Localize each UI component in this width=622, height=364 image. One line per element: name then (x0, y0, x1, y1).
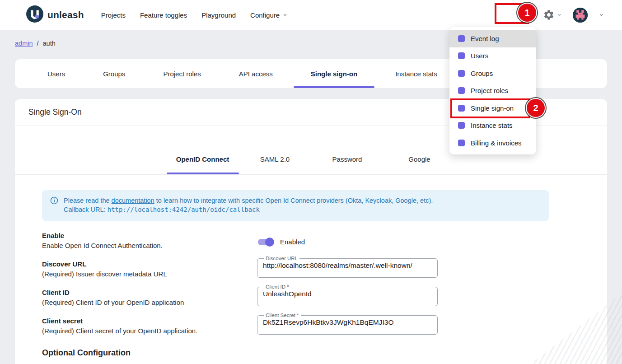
enable-labels: Enable Enable Open Id Connect Authentica… (42, 232, 257, 249)
client-id-input[interactable] (263, 289, 432, 302)
unleash-logo[interactable]: unleash (26, 5, 84, 24)
menu-item-single-sign-on[interactable]: Single sign-on (449, 99, 536, 117)
discover-url-labels: Discover URL (Required) Issuer discover … (42, 260, 257, 278)
info-icon (50, 196, 58, 205)
menu-item-project-roles[interactable]: Project roles (449, 82, 536, 100)
tab-google[interactable]: Google (383, 146, 456, 174)
menu-item-label: Single sign-on (471, 104, 514, 112)
callback-url-label: Callback URL: (64, 206, 106, 213)
nav-playground[interactable]: Playground (201, 11, 236, 19)
client-id-input-label: Client ID * (264, 284, 291, 289)
breadcrumb-admin-link[interactable]: admin (15, 40, 33, 47)
breadcrumb-separator: / (37, 40, 39, 47)
menu-square-icon (458, 122, 465, 129)
menu-item-groups[interactable]: Groups (449, 65, 536, 82)
annotation-badge-1: 1 (518, 4, 536, 22)
menu-square-icon (458, 52, 465, 59)
tab-instance-stats[interactable]: Instance stats (376, 59, 456, 88)
client-secret-labels: Client secret (Required) Client secret o… (42, 317, 257, 335)
alert-text-before: Please read the (64, 197, 112, 204)
menu-item-label: Project roles (471, 87, 508, 94)
menu-item-label: Groups (471, 70, 493, 77)
tab-api-access[interactable]: API access (220, 59, 292, 88)
client-id-description: (Required) Client ID of your OpenID appl… (42, 299, 257, 306)
menu-square-icon (458, 35, 465, 42)
optional-configuration-heading: Optional Configuration (42, 348, 580, 358)
nav-feature-toggles[interactable]: Feature toggles (140, 11, 187, 19)
client-secret-fieldset: Client Secret * (257, 313, 438, 335)
user-avatar[interactable] (573, 8, 588, 23)
client-secret-input[interactable] (263, 318, 432, 330)
menu-square-icon (458, 105, 465, 112)
tab-users[interactable]: Users (28, 59, 84, 88)
menu-square-icon (458, 70, 465, 77)
chevron-down-icon (282, 12, 288, 18)
client-secret-description: (Required) Client secret of your OpenID … (42, 327, 257, 335)
alert-text-after: to learn how to integrate with specific … (154, 197, 433, 204)
annotation-badge-2: 2 (527, 99, 545, 117)
chevron-down-icon (557, 12, 562, 18)
main-nav: Projects Feature toggles Playground Conf… (101, 11, 288, 19)
client-secret-row: Client secret (Required) Client secret o… (42, 317, 580, 335)
callback-url-value: http://localhost:4242/auth/oidc/callback (108, 206, 260, 213)
menu-square-icon (458, 87, 465, 94)
menu-item-label: Billing & invoices (471, 139, 522, 147)
menu-item-label: Event log (471, 35, 499, 42)
discover-url-fieldset: Discover URL (257, 256, 438, 278)
client-secret-label: Client secret (42, 317, 257, 325)
settings-dropdown-menu: Event log Users Groups Project roles Sin… (449, 27, 536, 154)
menu-square-icon (458, 140, 465, 146)
client-id-labels: Client ID (Required) Client ID of your O… (42, 289, 257, 306)
menu-item-label: Users (471, 52, 488, 60)
nav-configure-label: Configure (250, 11, 280, 19)
oidc-form: Please read the documentation to learn h… (15, 175, 607, 358)
enable-row: Enable Enable Open Id Connect Authentica… (42, 232, 580, 249)
tab-password[interactable]: Password (311, 146, 383, 174)
tab-single-sign-on[interactable]: Single sign-on (292, 59, 376, 88)
discover-url-input[interactable] (263, 261, 432, 273)
info-alert-text: Please read the documentation to learn h… (64, 196, 433, 214)
enable-label: Enable (42, 232, 257, 239)
nav-projects[interactable]: Projects (101, 11, 126, 19)
enable-description: Enable Open Id Connect Authentication. (42, 242, 257, 249)
menu-item-event-log[interactable]: Event log (449, 30, 536, 47)
discover-url-row: Discover URL (Required) Issuer discover … (42, 260, 580, 278)
menu-item-users[interactable]: Users (449, 47, 536, 65)
settings-menu-button[interactable] (543, 9, 562, 21)
enable-toggle-group: Enabled (257, 234, 305, 249)
documentation-link[interactable]: documentation (112, 197, 154, 204)
tab-openid-connect[interactable]: OpenID Connect (167, 146, 239, 174)
info-alert: Please read the documentation to learn h… (42, 190, 549, 221)
breadcrumb-current: auth (43, 40, 56, 47)
enable-toggle[interactable] (257, 238, 274, 247)
client-secret-input-label: Client Secret * (264, 313, 301, 318)
brand-name: unleash (47, 9, 84, 20)
client-id-label: Client ID (42, 289, 257, 296)
tab-saml[interactable]: SAML 2.0 (239, 146, 311, 174)
tab-project-roles[interactable]: Project roles (144, 59, 220, 88)
menu-item-instance-stats[interactable]: Instance stats (449, 117, 536, 135)
nav-configure[interactable]: Configure (250, 11, 288, 19)
discover-url-description: (Required) Issuer discover metadata URL (42, 270, 257, 278)
enable-toggle-label: Enabled (280, 238, 305, 246)
discover-url-label: Discover URL (42, 260, 257, 268)
toggle-thumb (265, 238, 274, 247)
menu-item-label: Instance stats (471, 121, 513, 129)
client-id-row: Client ID (Required) Client ID of your O… (42, 289, 580, 306)
unleash-logo-icon (26, 5, 43, 24)
menu-item-billing-invoices[interactable]: Billing & invoices (449, 134, 536, 152)
client-id-fieldset: Client ID * (257, 284, 438, 306)
tab-groups[interactable]: Groups (84, 59, 144, 88)
discover-url-input-label: Discover URL (264, 256, 299, 261)
gear-icon (543, 9, 555, 21)
profile-chevron-down-icon[interactable] (599, 12, 604, 18)
page-title: Single Sign-On (28, 107, 82, 117)
